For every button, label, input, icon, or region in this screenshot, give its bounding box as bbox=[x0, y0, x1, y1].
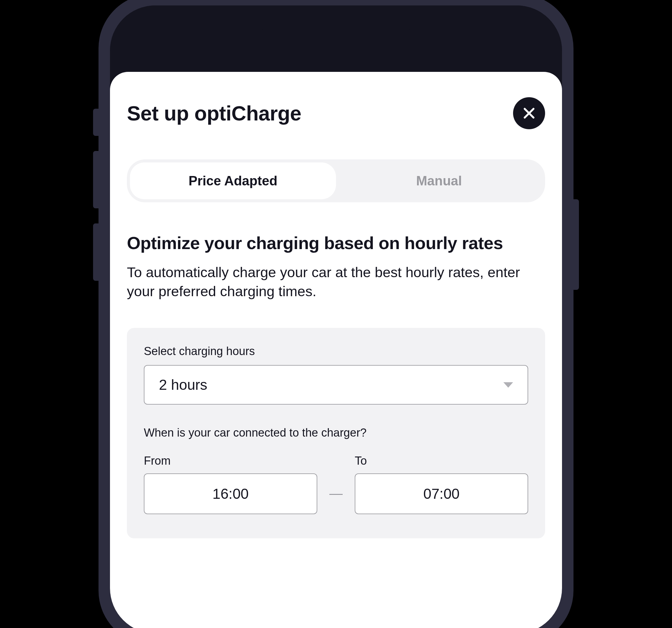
phone-frame: Set up optiCharge Price Adapted Manual O… bbox=[98, 0, 574, 628]
close-icon bbox=[522, 106, 537, 121]
modal-title: Set up optiCharge bbox=[127, 101, 301, 125]
tab-price-adapted[interactable]: Price Adapted bbox=[130, 162, 336, 199]
close-button[interactable] bbox=[513, 97, 545, 129]
phone-side-buttons-left bbox=[93, 109, 98, 296]
time-separator: — bbox=[329, 486, 343, 514]
hours-select-wrapper: 2 hours bbox=[144, 365, 528, 405]
section-title: Optimize your charging based on hourly r… bbox=[127, 232, 545, 254]
tab-container: Price Adapted Manual bbox=[127, 159, 545, 202]
section-description: To automatically charge your car at the … bbox=[127, 263, 545, 301]
modal-sheet: Set up optiCharge Price Adapted Manual O… bbox=[110, 72, 562, 628]
phone-notch bbox=[255, 5, 417, 33]
chevron-down-icon bbox=[503, 382, 513, 388]
phone-button-power bbox=[574, 199, 579, 290]
tab-manual[interactable]: Manual bbox=[336, 162, 542, 199]
time-to-group: To 07:00 bbox=[355, 454, 528, 514]
hours-label: Select charging hours bbox=[144, 345, 528, 358]
time-row: From 16:00 — To 07:00 bbox=[144, 454, 528, 514]
hours-select-value: 2 hours bbox=[159, 377, 207, 393]
connection-question: When is your car connected to the charge… bbox=[144, 426, 528, 439]
hours-select[interactable]: 2 hours bbox=[144, 365, 528, 405]
phone-side-buttons-right bbox=[574, 199, 579, 290]
phone-button-volume-down bbox=[93, 223, 98, 281]
from-time-input[interactable]: 16:00 bbox=[144, 473, 317, 514]
form-card: Select charging hours 2 hours When is yo… bbox=[127, 328, 545, 538]
to-label: To bbox=[355, 454, 528, 468]
from-label: From bbox=[144, 454, 317, 468]
to-time-input[interactable]: 07:00 bbox=[355, 473, 528, 514]
time-from-group: From 16:00 bbox=[144, 454, 317, 514]
phone-screen: Set up optiCharge Price Adapted Manual O… bbox=[110, 5, 562, 628]
phone-button-volume-up bbox=[93, 151, 98, 208]
phone-button-silence bbox=[93, 109, 98, 136]
modal-header: Set up optiCharge bbox=[127, 97, 545, 129]
